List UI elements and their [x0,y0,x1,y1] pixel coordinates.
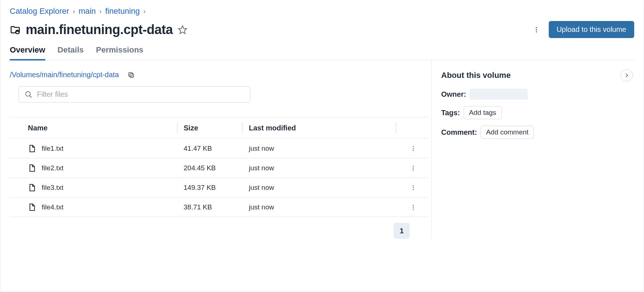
file-name-cell: file3.txt [28,184,184,192]
about-panel: About this volume Owner: Tags: Add tags … [431,61,634,239]
table-row[interactable]: file1.txt 41.47 KB just now [10,139,428,158]
file-name: file1.txt [42,145,63,153]
about-header: About this volume [441,69,634,82]
row-actions-button[interactable] [402,165,424,171]
tags-row: Tags: Add tags [441,106,634,119]
favorite-star-button[interactable] [178,25,187,34]
svg-point-3 [536,29,537,30]
file-icon [28,203,36,211]
file-modified: just now [249,164,402,172]
col-header-name[interactable]: Name [28,124,184,132]
comment-row: Comment: Add comment [441,126,634,139]
col-header-modified[interactable]: Last modified [249,124,402,132]
content-body: /Volumes/main/finetuning/cpt-data Name [10,61,634,239]
file-name: file2.txt [42,164,63,172]
page-title: main.finetuning.cpt-data [26,22,173,37]
svg-point-19 [413,207,414,208]
row-actions-button[interactable] [402,145,424,152]
owner-value-redacted [470,89,528,100]
volume-icon [10,24,21,35]
tab-permissions[interactable]: Permissions [96,45,143,61]
tabs: Overview Details Permissions [10,45,634,61]
col-header-size[interactable]: Size [184,124,249,132]
kebab-icon [533,26,540,33]
kebab-icon [410,165,417,171]
filter-files-field[interactable] [18,86,250,103]
tab-overview[interactable]: Overview [10,45,45,61]
svg-point-10 [413,148,414,149]
comment-label: Comment: [441,128,477,137]
svg-marker-1 [179,26,187,34]
file-name-cell: file4.txt [28,203,184,211]
pagination: 1 [10,217,428,239]
file-icon [28,145,36,153]
row-actions-button[interactable] [402,184,424,191]
file-name: file3.txt [42,184,63,192]
catalog-explorer-page: Catalog Explorer › main › finetuning › m… [0,0,644,292]
kebab-icon [410,145,417,152]
table-row[interactable]: file2.txt 204.45 KB just now [10,158,428,178]
svg-point-18 [413,205,414,206]
svg-rect-5 [130,74,134,77]
file-size: 41.47 KB [184,145,249,153]
chevron-right-icon: › [73,8,75,15]
search-icon [25,91,33,99]
svg-point-16 [413,187,414,188]
breadcrumb: Catalog Explorer › main › finetuning › [10,7,634,16]
file-modified: just now [249,184,402,192]
kebab-icon [410,184,417,191]
file-size: 149.37 KB [184,184,249,192]
svg-point-14 [413,169,414,170]
table-row[interactable]: file4.txt 38.71 KB just now [10,197,428,217]
svg-point-20 [413,208,414,209]
row-actions-button[interactable] [402,204,424,210]
chevron-right-icon: › [100,8,102,15]
file-name-cell: file1.txt [28,145,184,153]
svg-point-9 [413,146,414,147]
file-icon [28,184,36,192]
file-modified: just now [249,203,402,211]
page-1-button[interactable]: 1 [394,223,410,239]
svg-point-2 [536,27,537,28]
svg-point-11 [413,150,414,151]
svg-rect-6 [129,72,133,76]
svg-point-12 [413,166,414,167]
owner-row: Owner: [441,89,634,100]
breadcrumb-catalog[interactable]: main [79,7,96,16]
svg-point-7 [26,91,30,96]
star-icon [178,25,187,34]
svg-point-15 [413,185,414,186]
add-comment-button[interactable]: Add comment [481,126,534,139]
chevron-right-icon: › [143,8,146,15]
copy-icon [127,71,135,79]
collapse-panel-button[interactable] [620,69,633,82]
file-name-cell: file2.txt [28,164,184,172]
about-heading: About this volume [441,71,511,80]
file-size: 38.71 KB [184,203,249,211]
kebab-icon [410,204,417,210]
more-actions-button[interactable] [531,25,541,35]
overview-panel: /Volumes/main/finetuning/cpt-data Name [10,61,431,239]
breadcrumb-schema[interactable]: finetuning [105,7,140,16]
tags-label: Tags: [441,109,460,117]
file-icon [28,164,36,172]
filter-files-input[interactable] [37,90,244,99]
svg-line-8 [30,95,32,97]
volume-path-row: /Volumes/main/finetuning/cpt-data [10,71,428,79]
copy-path-button[interactable] [127,71,135,79]
svg-point-4 [536,31,537,32]
svg-point-17 [413,189,414,190]
upload-button[interactable]: Upload to this volume [549,21,634,38]
owner-label: Owner: [441,90,466,99]
title-row: main.finetuning.cpt-data Upload to this … [10,21,634,38]
table-row[interactable]: file3.txt 149.37 KB just now [10,178,428,197]
add-tags-button[interactable]: Add tags [464,106,502,119]
chevron-right-icon [624,72,630,78]
svg-point-13 [413,167,414,168]
volume-path-link[interactable]: /Volumes/main/finetuning/cpt-data [10,71,119,79]
breadcrumb-root[interactable]: Catalog Explorer [10,7,69,16]
tab-details[interactable]: Details [58,45,84,61]
file-size: 204.45 KB [184,164,249,172]
files-table: Name Size Last modified file1.txt 41.47 … [10,117,428,217]
file-name: file4.txt [42,203,63,211]
